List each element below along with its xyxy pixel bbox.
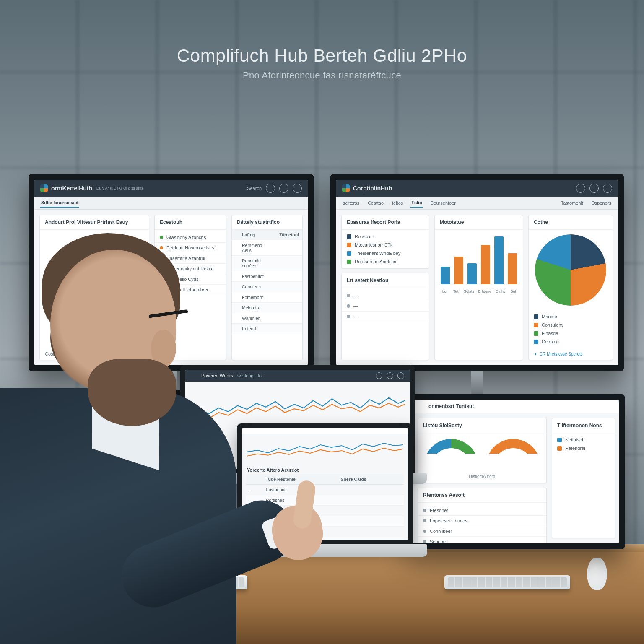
right-tab-4[interactable]: Coursentoer — [429, 199, 457, 207]
swatch-navy — [124, 278, 128, 283]
list-item[interactable]: — — [342, 301, 429, 312]
left-topbar: ormKertelHuth Du y Arlst DelG Ol d ss ak… — [34, 180, 308, 197]
right-rtab-1[interactable]: Dspenors — [591, 199, 612, 207]
bell-icon[interactable] — [589, 184, 599, 193]
monitor-right: CorptinlinHub serterss Cesttao teltos Fs… — [330, 174, 624, 371]
brand-logo-icon — [191, 373, 197, 379]
br-ritem-0[interactable]: Netlotsoh — [557, 437, 610, 442]
right-check-0-label: Rorsccort — [355, 234, 374, 239]
lf-td: Cent Pnct — [262, 537, 338, 540]
more-icon[interactable] — [376, 372, 382, 379]
left-tabs: Sılfie lasersceaet — [34, 197, 308, 210]
table-row: Fastoenitot — [232, 271, 302, 282]
user-icon[interactable] — [603, 184, 612, 193]
grid-icon[interactable] — [576, 184, 585, 193]
list-item[interactable]: — — [342, 291, 429, 301]
left-table: Lafteg 70rectonl Remmend Aeils Renomtin … — [232, 230, 302, 334]
right-tab-1[interactable]: Cesttao — [367, 199, 384, 207]
left-th-1[interactable]: Lafteg — [239, 230, 276, 240]
left-td: Melondo — [239, 303, 276, 313]
left-sidelist-5[interactable]: Da Mautt lotbembrer — [166, 287, 208, 292]
left-sidelist-item: Petrlnatt Nosrnoseris, sl — [155, 243, 226, 253]
right-checklist-card: Epasuras ifecort Porla Rorsccort Mtecart… — [341, 215, 429, 269]
br-title: onmenbsrt Tuntsut — [428, 403, 474, 409]
help-icon[interactable] — [279, 184, 288, 193]
right-brand[interactable]: CorptinlinHub — [342, 184, 392, 192]
left-sidelist-2[interactable]: Casemtite Altantrul — [166, 256, 205, 261]
right-bars-title: Mototstue — [435, 215, 523, 230]
left-sidelist-item: Murenello Cyds — [155, 274, 226, 285]
left-brand[interactable]: ormKertelHuth — [40, 184, 92, 192]
left-sidelist: Gtasinony Altonchs Petrlnatt Nosrnoseris… — [155, 230, 226, 298]
bl-tab-0[interactable]: Bat — [29, 400, 36, 405]
lf-th-0[interactable] — [246, 474, 262, 485]
table-row: Warenlen — [232, 313, 302, 324]
monitor-right-screen[interactable]: CorptinlinHub serterss Cesttao teltos Fs… — [336, 180, 618, 365]
lf-td: Prstosost — [262, 516, 338, 526]
right-heading: Epasuras ifecort Porla — [342, 215, 429, 230]
brand-logo-icon — [342, 184, 350, 192]
left-td: Conotens — [239, 282, 276, 292]
list-item[interactable]: Fopetescí Gonees — [418, 516, 546, 526]
list-item[interactable]: Etesonef — [418, 505, 546, 516]
bell-icon[interactable] — [387, 372, 393, 379]
right-bars-labels: LgTetSolalsErtpeneCafhyBut — [435, 288, 523, 297]
right-tab-2[interactable]: teltos — [391, 199, 404, 207]
left-donut-title: Andourt Prol Viftesur Prtriast Esuy — [40, 215, 149, 230]
right-pie-l1: Consulony — [542, 322, 564, 327]
left-td: Renomtin cupéeo — [239, 256, 276, 271]
left-sidelist-0[interactable]: Gtasinony Altonchs — [166, 235, 206, 240]
right-check-3[interactable]: Rornsemoé Anetscre — [347, 259, 424, 264]
lb-tab-1[interactable]: werlong — [237, 373, 254, 378]
laptop-front: Yorecrte Attero Aeuréot Tude Restenle Sn… — [237, 423, 413, 562]
left-tbody: Remmend Aeils Renomtin cupéeo Fastoenito… — [232, 240, 302, 334]
bell-icon[interactable] — [266, 184, 275, 193]
right-tab-3[interactable]: Fslic — [410, 198, 423, 208]
left-th-0[interactable] — [232, 230, 239, 240]
left-search-label[interactable]: Search — [247, 186, 262, 191]
lf-th-1[interactable]: Tude Restenle — [262, 474, 338, 485]
lb-tab-0[interactable]: Poveren Wertrs — [201, 373, 233, 378]
left-sidelist-card: Ecestouh Gtasinony Altonchs Petrlnatt No… — [154, 215, 226, 360]
left-sidelist-4[interactable]: Murenello Cyds — [166, 277, 198, 282]
monitor-br-screen[interactable]: onmenbsrt Tuntsut Listéu SlelSosty Distl… — [413, 400, 619, 543]
right-pie-l0: Mriomé — [542, 314, 557, 319]
laptop-front-screen[interactable]: Yorecrte Attero Aeuréot Tude Restenle Sn… — [242, 428, 408, 540]
list-item[interactable]: Connilbeer — [418, 526, 546, 537]
left-tab-0[interactable]: Sılfie lasersceaet — [40, 198, 79, 208]
left-sidelist-item: Gtasinony Altonchs — [155, 232, 226, 243]
monitor-left-screen[interactable]: ormKertelHuth Du y Arlst DelG Ol d ss ak… — [34, 180, 308, 365]
hero-overlay: Complifuch Hub Berteh Gdliu 2PHo Pno Afo… — [0, 29, 644, 96]
br-ritem-1[interactable]: Ratendral — [557, 446, 610, 451]
right-rtab-0[interactable]: Tastomenlt — [560, 199, 584, 207]
brand-logo-icon — [40, 184, 48, 192]
right-check-1[interactable]: Mtecartesnorr ETk — [347, 242, 424, 247]
user-icon[interactable] — [293, 184, 302, 193]
lf-th-2[interactable]: Snere Catds — [337, 474, 404, 485]
right-check-0[interactable]: Rorsccort — [347, 234, 424, 239]
lf-title: Yorecrte Attero Aeuréot — [246, 466, 404, 474]
list-item[interactable]: Sepeore — [418, 537, 546, 543]
lf-td: Eustpepuc — [262, 484, 338, 495]
table-row: Melondo — [232, 303, 302, 313]
lb-tab-2[interactable]: fol — [258, 373, 263, 378]
left-sidelist-1[interactable]: Petrlnatt Nosrnoseris, sl — [166, 245, 216, 250]
right-tab-0[interactable]: serterss — [342, 199, 360, 207]
list-item[interactable]: — — [342, 312, 429, 322]
left-sidelist-3[interactable]: Blasertoaiky ont Rekite — [166, 266, 214, 271]
monitor-bottom-right: onmenbsrt Tuntsut Listéu SlelSosty Distl… — [407, 394, 625, 549]
hero-subtitle: Pno Aforinteoncue fas rısnataréftcuce — [243, 70, 401, 81]
left-donut-legend-2: — — [132, 295, 136, 300]
settings-icon[interactable] — [164, 399, 170, 405]
left-sidelist-item: Blasertoaiky ont Rekite — [155, 264, 226, 274]
right-check-2[interactable]: Thersenant WhdE bey — [347, 251, 424, 256]
user-icon[interactable] — [397, 372, 404, 379]
left-th-2[interactable]: 70rectonl — [276, 230, 302, 240]
table-row: Enternt — [232, 324, 302, 334]
left-donut-caption: Cosbl Enst | Purlsk — [40, 348, 149, 360]
right-footer-link[interactable]: CR Mretstcssé Sperots — [529, 348, 613, 360]
monitor-bl-screen[interactable]: Bat Eroh ae Contertonion Cersoronatdl — [23, 396, 187, 535]
br-section-card: Listéu SlelSosty DistlomA frord — [418, 418, 547, 483]
left-brand-sub: Du y Arlst DelG Ol d ss akrs — [96, 186, 143, 190]
lf-td: Easternny — [262, 505, 338, 516]
